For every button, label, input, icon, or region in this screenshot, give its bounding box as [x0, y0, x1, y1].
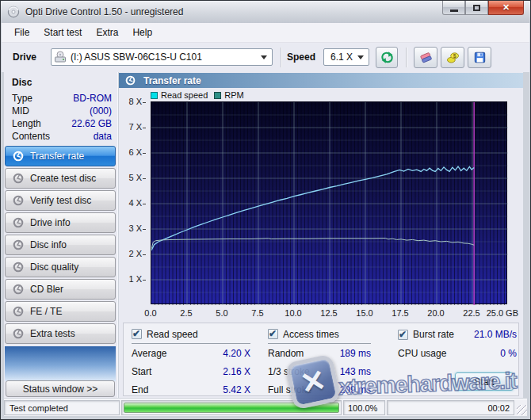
maximize-icon	[473, 5, 480, 11]
access-times-checkbox[interactable]	[268, 329, 278, 339]
sidebar-item-fe-te[interactable]: FE / TE	[5, 301, 116, 322]
menu-item-file[interactable]: File	[7, 24, 36, 41]
main-area: Disc TypeBD-ROMMID(000)Length22.62 GBCon…	[4, 72, 527, 398]
rpm-swatch	[214, 92, 221, 99]
close-button[interactable]	[488, 1, 524, 15]
chart-legend: Read speedRPM	[151, 90, 250, 100]
toolbar: Drive (I:) ASUS SBW-06C1S-U C101 Speed 6…	[2, 43, 529, 72]
progress-percent: 100.0%	[343, 400, 385, 415]
result-row-cpu-usage: CPU usage0 %	[398, 344, 517, 362]
access-times-label: Access times	[283, 329, 339, 340]
status-text: Test completed	[4, 400, 120, 415]
x-axis-tick: 17.5	[383, 308, 418, 319]
sidebar-item-disc-info[interactable]: Disc info	[5, 235, 116, 255]
read-speed-checkbox[interactable]	[132, 329, 142, 339]
x-axis-tick: 25.0 GB	[471, 308, 518, 319]
sidebar-item-extra-tests[interactable]: Extra tests	[5, 323, 116, 344]
panel-header: Transfer rate	[119, 73, 523, 88]
disc-icon	[13, 173, 24, 184]
y-axis-tick: 7 X	[119, 121, 146, 132]
disc-icon	[13, 151, 24, 162]
disc-icon	[13, 217, 24, 228]
burst-rate-value: 21.0 MB/s	[474, 329, 517, 340]
sidebar-item-drive-info[interactable]: Drive info	[5, 212, 116, 233]
drive-icon	[54, 51, 67, 63]
rpm-legend-label: RPM	[224, 90, 243, 100]
disc-info-type: TypeBD-ROM	[12, 92, 112, 105]
sidebar-item-transfer-rate[interactable]: Transfer rate	[5, 146, 116, 166]
menu-item-help[interactable]: Help	[125, 24, 159, 41]
toolbar-separator	[406, 48, 407, 67]
save-icon	[473, 51, 487, 64]
menu-item-extra[interactable]: Extra	[89, 24, 125, 41]
toolbar-separator	[281, 48, 281, 67]
svg-text:$: $	[453, 53, 456, 59]
sidebar-filler	[5, 346, 116, 381]
x-axis-tick: 2.5	[169, 308, 204, 319]
disc-icon	[125, 75, 136, 86]
x-axis-tick: 7.5	[240, 308, 275, 319]
disc-icon	[13, 262, 24, 273]
speed-value: 6.1 X	[330, 52, 353, 63]
refresh-icon	[380, 51, 394, 64]
sidebar-item-label: CD Bler	[30, 284, 63, 295]
result-row-random: Random189 ms	[268, 344, 371, 362]
burst-rate-checkbox[interactable]	[398, 330, 408, 340]
refresh-button[interactable]	[376, 47, 398, 68]
y-axis-tick: 5 X	[119, 172, 146, 183]
progress-section	[121, 400, 342, 415]
result-row-end: End5.42 X	[132, 380, 250, 399]
y-axis-tick: 4 X	[119, 197, 146, 208]
erase-disc-button[interactable]	[414, 47, 437, 68]
x-axis-tick: 0.0	[133, 308, 168, 319]
sidebar-item-label: FE / TE	[30, 306, 62, 317]
disc-info-mid: MID(000)	[12, 105, 112, 117]
menu-item-start-test[interactable]: Start test	[36, 24, 89, 41]
drive-label: Drive	[13, 52, 36, 63]
save-button[interactable]	[468, 47, 491, 68]
speed-label: Speed	[287, 52, 315, 63]
y-axis-tick: 1 X	[119, 273, 146, 284]
y-axis-tick: 3 X	[119, 223, 146, 234]
sidebar-item-cd-bler[interactable]: CD Bler	[5, 279, 116, 300]
result-row-full-stroke: Full stroke209 ms	[268, 380, 371, 399]
progress-bar	[124, 403, 339, 413]
disc-info-length: Length22.62 GB	[12, 117, 112, 130]
sidebar-item-label: Disc info	[30, 239, 67, 250]
disc-section-header: Disc	[12, 77, 32, 88]
result-row-start: Start2.16 X	[132, 362, 250, 380]
start-button[interactable]: Start	[455, 372, 514, 391]
x-axis-tick: 20.0	[418, 308, 453, 319]
drive-select[interactable]: (I:) ASUS SBW-06C1S-U C101	[51, 48, 273, 66]
disc-icon	[13, 239, 24, 250]
sidebar-item-verify-test-disc[interactable]: Verify test disc	[5, 190, 116, 211]
read-speed-swatch	[151, 92, 158, 99]
sidebar-item-disc-quality[interactable]: Disc quality	[5, 257, 116, 277]
read-speed-section: Read speed Average4.20 XStart2.16 XEnd5.…	[132, 329, 250, 399]
read-speed-legend-label: Read speed	[161, 90, 208, 100]
window-controls	[442, 1, 524, 15]
panel-title: Transfer rate	[143, 75, 201, 86]
elapsed-time: 00:02	[387, 400, 514, 415]
results-panel: Read speed Average4.20 XStart2.16 XEnd5.…	[123, 323, 519, 396]
access-times-section: Access times Random189 ms1/3 stroke143 m…	[268, 329, 371, 399]
app-disc-icon	[7, 6, 20, 18]
minimize-button[interactable]	[442, 1, 465, 15]
register-button[interactable]: $	[441, 47, 464, 68]
titlebar: Opti Drive Control 1.50 - unregistered	[1, 1, 530, 23]
status-window-button[interactable]: Status window >>	[6, 380, 115, 397]
app-window: Opti Drive Control 1.50 - unregistered F…	[0, 0, 531, 420]
result-row-1-3-stroke: 1/3 stroke143 ms	[268, 362, 371, 380]
statusbar: Test completed 100.0% 00:02	[4, 399, 527, 416]
chevron-down-icon	[261, 55, 267, 59]
sidebar-item-label: Drive info	[30, 217, 71, 228]
resize-grip[interactable]	[517, 405, 527, 415]
chevron-down-icon	[357, 55, 364, 59]
drive-value: (I:) ASUS SBW-06C1S-U C101	[71, 52, 202, 63]
sidebar-buttons: Transfer rateCreate test discVerify test…	[5, 146, 116, 346]
maximize-button[interactable]	[465, 1, 488, 15]
x-axis-tick: 10.0	[276, 308, 311, 319]
speed-select[interactable]: 6.1 X	[323, 48, 369, 66]
sidebar-item-create-test-disc[interactable]: Create test disc	[5, 168, 116, 189]
burst-rate-section: Burst rate 21.0 MB/s CPU usage0 %	[398, 329, 517, 362]
